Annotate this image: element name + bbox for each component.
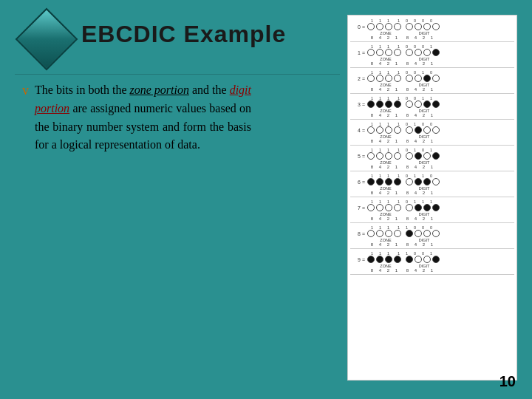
bullet-marker: v	[22, 83, 29, 98]
ebcdic-row: 111101004 =ZONEDIGIT84218421	[350, 122, 514, 146]
divider	[15, 74, 340, 75]
ebcdic-row: 111101106 =ZONEDIGIT84218421	[350, 174, 514, 197]
ebcdic-row: 111101015 =ZONEDIGIT84218421	[350, 148, 514, 171]
zone-text: zone portion	[130, 83, 189, 96]
ebcdic-row: 111101117 =ZONEDIGIT84218421	[350, 200, 514, 223]
ebcdic-row: 111100113 =ZONEDIGIT84218421	[350, 96, 514, 120]
ebcdic-row: 111100000 =ZONEDIGIT84218421	[350, 18, 514, 42]
slide-container: EBCDIC Example v The bits in both the zo…	[0, 0, 532, 399]
logo-diamond	[21, 13, 72, 65]
bullet-item: v The bits in both the zone portion and …	[22, 81, 251, 154]
content-area: v The bits in both the zone portion and …	[22, 81, 251, 154]
ebcdic-row: 111110008 =ZONEDIGIT84218421	[350, 225, 514, 249]
slide-title: EBCDIC Example	[81, 21, 286, 48]
ebcdic-row: 111100102 =ZONEDIGIT84218421	[350, 70, 514, 94]
ebcdic-row: 111110019 =ZONEDIGIT84218421	[350, 251, 514, 275]
bullet-text: The bits in both the zone portion and th…	[35, 81, 251, 154]
ebcdic-diagram: 111100000 =ZONEDIGIT84218421111100011 =Z…	[347, 15, 517, 381]
ebcdic-row: 111100011 =ZONEDIGIT84218421	[350, 44, 514, 68]
page-number: 10	[499, 373, 516, 390]
